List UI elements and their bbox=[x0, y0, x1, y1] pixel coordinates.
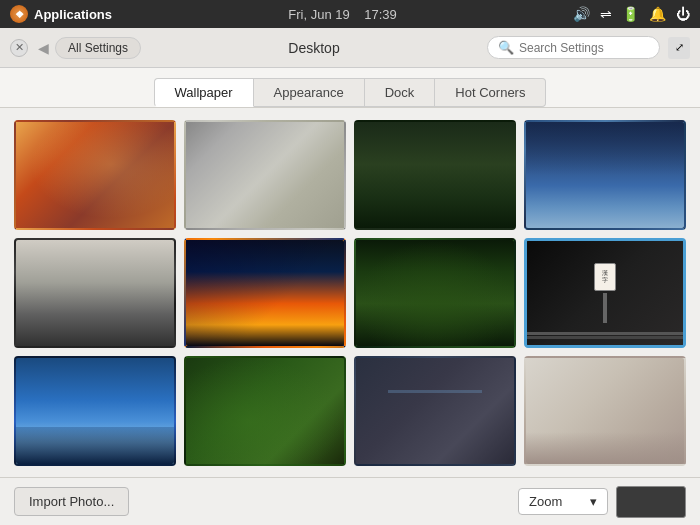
wallpaper-content: ✓ 漢字 bbox=[0, 108, 700, 477]
wallpaper-item-2[interactable] bbox=[184, 120, 346, 230]
titlebar-nav: ◀ All Settings bbox=[38, 37, 141, 59]
date-label: Fri, Jun 19 bbox=[288, 7, 349, 22]
wallpaper-selected-content: 漢字 bbox=[527, 241, 683, 345]
search-icon: 🔍 bbox=[498, 40, 514, 55]
volume-icon[interactable]: 🔊 bbox=[573, 6, 590, 22]
zoom-label: Zoom bbox=[529, 494, 562, 509]
wallpaper-item-8[interactable]: ✓ 漢字 bbox=[524, 238, 686, 348]
network-icon[interactable]: ⇌ bbox=[600, 6, 612, 22]
time-label: 17:39 bbox=[364, 7, 397, 22]
wallpaper-grid: ✓ 漢字 bbox=[14, 120, 686, 466]
bottombar: Import Photo... Zoom ▾ bbox=[0, 477, 700, 525]
wallpaper-item-12[interactable] bbox=[524, 356, 686, 466]
app-icon: ❖ bbox=[10, 5, 28, 23]
wallpaper-item-1[interactable] bbox=[14, 120, 176, 230]
tab-hot-corners[interactable]: Hot Corners bbox=[435, 78, 546, 107]
wallpaper-item-6[interactable] bbox=[184, 238, 346, 348]
topbar-right: 🔊 ⇌ 🔋 🔔 ⏻ bbox=[573, 6, 690, 22]
power-icon[interactable]: ⏻ bbox=[676, 6, 690, 22]
wallpaper-item-5[interactable] bbox=[14, 238, 176, 348]
import-photo-button[interactable]: Import Photo... bbox=[14, 487, 129, 516]
wallpaper-item-11[interactable] bbox=[354, 356, 516, 466]
tab-appearance[interactable]: Appearance bbox=[254, 78, 365, 107]
notification-icon[interactable]: 🔔 bbox=[649, 6, 666, 22]
wallpaper-item-4[interactable] bbox=[524, 120, 686, 230]
wallpaper-item-3[interactable] bbox=[354, 120, 516, 230]
app-label: Applications bbox=[34, 7, 112, 22]
zoom-section: Zoom ▾ bbox=[518, 486, 686, 518]
expand-button[interactable]: ⤢ bbox=[668, 37, 690, 59]
sign-post-bar bbox=[603, 293, 607, 323]
search-box[interactable]: 🔍 bbox=[487, 36, 660, 59]
desktop-window: ✕ ◀ All Settings Desktop 🔍 ⤢ Wallpaper A… bbox=[0, 28, 700, 525]
back-button[interactable]: ◀ bbox=[38, 40, 49, 56]
sign-post: 漢字 bbox=[594, 263, 616, 323]
wallpaper-item-10[interactable] bbox=[184, 356, 346, 466]
titlebar-controls: ✕ bbox=[10, 39, 28, 57]
wallpaper-item-7[interactable] bbox=[354, 238, 516, 348]
all-settings-button[interactable]: All Settings bbox=[55, 37, 141, 59]
wallpaper-item-9[interactable] bbox=[14, 356, 176, 466]
topbar-center: Fri, Jun 19 17:39 bbox=[288, 7, 396, 22]
battery-icon[interactable]: 🔋 bbox=[622, 6, 639, 22]
topbar: ❖ Applications Fri, Jun 19 17:39 🔊 ⇌ 🔋 🔔… bbox=[0, 0, 700, 28]
color-preview[interactable] bbox=[616, 486, 686, 518]
sign-box: 漢字 bbox=[594, 263, 616, 291]
close-button[interactable]: ✕ bbox=[10, 39, 28, 57]
window-title: Desktop bbox=[141, 40, 487, 56]
dropdown-chevron-icon: ▾ bbox=[590, 494, 597, 509]
tab-dock[interactable]: Dock bbox=[365, 78, 436, 107]
topbar-left: ❖ Applications bbox=[10, 5, 112, 23]
tab-wallpaper[interactable]: Wallpaper bbox=[154, 78, 254, 107]
zoom-dropdown[interactable]: Zoom ▾ bbox=[518, 488, 608, 515]
tabbar: Wallpaper Appearance Dock Hot Corners bbox=[0, 68, 700, 108]
titlebar: ✕ ◀ All Settings Desktop 🔍 ⤢ bbox=[0, 28, 700, 68]
search-input[interactable] bbox=[519, 41, 649, 55]
